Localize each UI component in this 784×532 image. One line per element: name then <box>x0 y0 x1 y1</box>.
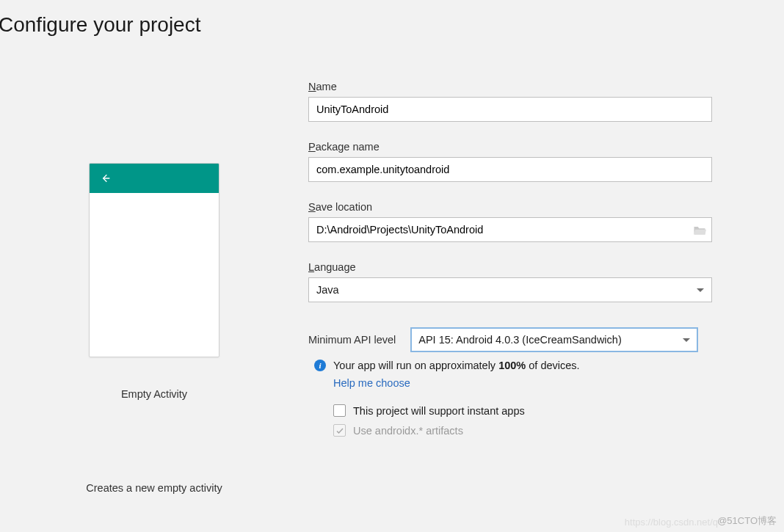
help-me-choose-link[interactable]: Help me choose <box>333 377 410 389</box>
api-level-value: API 15: Android 4.0.3 (IceCreamSandwich) <box>418 334 621 346</box>
content-area: Empty Activity Creates a new empty activ… <box>0 37 784 494</box>
browse-folder-button[interactable] <box>693 225 706 235</box>
package-input[interactable] <box>308 157 712 182</box>
info-icon: i <box>314 360 326 371</box>
name-field-group: Name <box>308 81 714 122</box>
api-level-label: Minimum API level <box>308 334 396 346</box>
preview-description: Creates a new empty activity <box>86 482 222 494</box>
arrow-back-icon <box>100 172 112 184</box>
instant-apps-checkbox[interactable] <box>333 404 346 417</box>
package-label: Package name <box>308 141 714 153</box>
api-level-row: Minimum API level API 15: Android 4.0.3 … <box>308 327 714 352</box>
page-title: Configure your project <box>0 0 784 37</box>
chevron-down-icon <box>697 288 704 292</box>
api-info-row: i Your app will run on approximately 100… <box>333 360 714 371</box>
preview-caption: Empty Activity <box>121 388 187 400</box>
form-column: Name Package name Save location Language <box>308 81 784 494</box>
name-label: Name <box>308 81 714 92</box>
language-select[interactable]: Java <box>308 277 712 302</box>
watermark-background: https://blog.csdn.net/q <box>625 517 718 528</box>
folder-icon <box>693 225 706 236</box>
preview-appbar <box>90 164 219 193</box>
instant-apps-row: This project will support instant apps <box>333 404 714 417</box>
androidx-label: Use androidx.* artifacts <box>353 425 463 437</box>
language-value: Java <box>316 284 339 296</box>
api-level-select[interactable]: API 15: Android 4.0.3 (IceCreamSandwich) <box>410 327 698 352</box>
phone-preview <box>89 163 219 357</box>
name-input[interactable] <box>308 97 712 122</box>
language-label: Language <box>308 261 714 273</box>
preview-column: Empty Activity Creates a new empty activ… <box>0 81 308 494</box>
checkmark-icon <box>335 426 344 435</box>
androidx-checkbox <box>333 424 346 437</box>
instant-apps-label: This project will support instant apps <box>353 405 525 417</box>
package-field-group: Package name <box>308 141 714 182</box>
save-location-field-group: Save location <box>308 201 714 242</box>
api-info-text: Your app will run on approximately 100% … <box>333 360 580 371</box>
language-field-group: Language Java <box>308 261 714 302</box>
watermark-text: @51CTO博客 <box>717 514 777 528</box>
androidx-row: Use androidx.* artifacts <box>333 424 714 437</box>
chevron-down-icon <box>683 338 690 342</box>
save-location-label: Save location <box>308 201 714 213</box>
save-location-input[interactable] <box>308 217 712 242</box>
